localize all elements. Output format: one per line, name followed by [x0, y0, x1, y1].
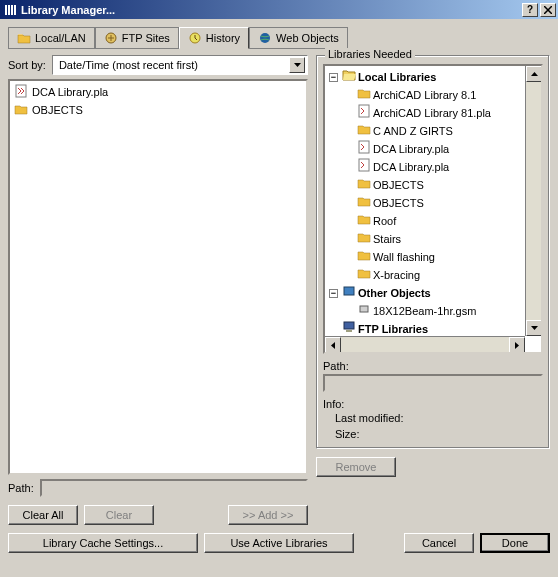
tree-label: OBJECTS — [373, 177, 424, 193]
objects-icon — [342, 284, 356, 302]
folder-icon — [357, 86, 371, 104]
tab-label: FTP Sites — [122, 32, 170, 44]
size-label: Size: — [323, 426, 543, 442]
clear-all-button[interactable]: Clear All — [8, 505, 78, 525]
tree-label: OBJECTS — [373, 195, 424, 211]
tree-label: Other Objects — [358, 285, 431, 301]
folder-icon — [17, 31, 31, 45]
list-item-label: DCA Library.pla — [32, 86, 108, 98]
tab-ftp-sites[interactable]: FTP Sites — [95, 27, 179, 49]
sort-label: Sort by: — [8, 59, 46, 71]
done-button[interactable]: Done — [480, 533, 550, 553]
tree-item[interactable]: DCA Library.pla — [327, 158, 521, 176]
svg-rect-13 — [344, 322, 354, 329]
tree-item[interactable]: Roof — [327, 212, 521, 230]
use-active-button[interactable]: Use Active Libraries — [204, 533, 354, 553]
tree-label: ArchiCAD Library 81.pla — [373, 105, 491, 121]
scrollbar-horizontal[interactable] — [325, 336, 525, 352]
folder-icon — [357, 176, 371, 194]
cancel-button[interactable]: Cancel — [404, 533, 474, 553]
list-item-label: OBJECTS — [32, 104, 83, 116]
path-label: Path: — [8, 482, 34, 494]
svg-rect-3 — [14, 5, 16, 15]
remove-button[interactable]: Remove — [316, 457, 396, 477]
tab-label: Local/LAN — [35, 32, 86, 44]
history-icon — [188, 31, 202, 45]
tab-bar: Local/LAN FTP Sites History Web Objects — [8, 27, 550, 49]
folder-icon — [14, 102, 28, 118]
list-item[interactable]: OBJECTS — [12, 101, 304, 119]
folder-icon — [357, 194, 371, 212]
pla-file-icon — [357, 158, 371, 176]
tab-web-objects[interactable]: Web Objects — [249, 27, 348, 49]
clear-button[interactable]: Clear — [84, 505, 154, 525]
window-title: Library Manager... — [21, 4, 522, 16]
tree-label: FTP Libraries — [358, 321, 428, 337]
tree-label: ArchiCAD Library 8.1 — [373, 87, 476, 103]
collapse-icon[interactable]: − — [329, 73, 338, 82]
tree-label: C AND Z GIRTS — [373, 123, 453, 139]
cache-settings-button[interactable]: Library Cache Settings... — [8, 533, 198, 553]
tree-label: Wall flashing — [373, 249, 435, 265]
pla-file-icon — [357, 104, 371, 122]
svg-rect-12 — [360, 306, 368, 312]
sort-select[interactable]: Date/Time (most recent first) — [52, 55, 308, 75]
sort-value: Date/Time (most recent first) — [55, 59, 289, 71]
tree-item[interactable]: 18X12Beam-1hr.gsm — [327, 302, 521, 320]
list-item[interactable]: DCA Library.pla — [12, 83, 304, 101]
scroll-left-icon[interactable] — [325, 337, 341, 353]
tree-item[interactable]: DCA Library.pla — [327, 140, 521, 158]
tree-label: X-bracing — [373, 267, 420, 283]
tree-item[interactable]: OBJECTS — [327, 176, 521, 194]
right-path-label: Path: — [323, 360, 543, 372]
svg-rect-14 — [346, 330, 352, 332]
folder-icon — [357, 230, 371, 248]
tree-item[interactable]: ArchiCAD Library 81.pla — [327, 104, 521, 122]
collapse-icon[interactable]: − — [329, 289, 338, 298]
tree-label: Local Libraries — [358, 69, 436, 85]
tree-item[interactable]: OBJECTS — [327, 194, 521, 212]
tab-label: History — [206, 32, 240, 44]
tab-local-lan[interactable]: Local/LAN — [8, 27, 95, 49]
tree-node-local[interactable]: − Local Libraries — [327, 68, 521, 86]
titlebar: Library Manager... ? — [0, 0, 558, 19]
right-path-field — [323, 374, 543, 392]
scroll-right-icon[interactable] — [509, 337, 525, 353]
chevron-down-icon — [289, 57, 305, 73]
svg-rect-2 — [11, 5, 13, 15]
folder-open-icon — [342, 68, 356, 86]
svg-rect-0 — [5, 5, 7, 15]
path-field — [40, 479, 308, 497]
tree-label: 18X12Beam-1hr.gsm — [373, 303, 476, 319]
libraries-tree[interactable]: − Local Libraries ArchiCAD Library 8.1 A… — [323, 64, 543, 354]
last-modified-label: Last modified: — [323, 410, 543, 426]
tree-label: Stairs — [373, 231, 401, 247]
app-icon — [2, 2, 18, 18]
group-legend: Libraries Needed — [325, 48, 415, 60]
tree-label: DCA Library.pla — [373, 141, 449, 157]
tree-item[interactable]: Wall flashing — [327, 248, 521, 266]
folder-icon — [357, 248, 371, 266]
folder-icon — [357, 122, 371, 140]
tree-item[interactable]: X-bracing — [327, 266, 521, 284]
close-button[interactable] — [540, 3, 556, 17]
globe-icon — [258, 31, 272, 45]
scroll-up-icon[interactable] — [526, 66, 542, 82]
tree-item[interactable]: Stairs — [327, 230, 521, 248]
tree-item[interactable]: ArchiCAD Library 8.1 — [327, 86, 521, 104]
tree-label: DCA Library.pla — [373, 159, 449, 175]
tab-history[interactable]: History — [179, 27, 249, 49]
add-button[interactable]: >> Add >> — [228, 505, 308, 525]
scrollbar-vertical[interactable] — [525, 66, 541, 336]
tree-item[interactable]: C AND Z GIRTS — [327, 122, 521, 140]
scroll-down-icon[interactable] — [526, 320, 542, 336]
pla-file-icon — [14, 84, 28, 100]
pla-file-icon — [357, 140, 371, 158]
history-list[interactable]: DCA Library.pla OBJECTS — [8, 79, 308, 475]
ftp-icon — [104, 31, 118, 45]
help-button[interactable]: ? — [522, 3, 538, 17]
tree-label: Roof — [373, 213, 396, 229]
tree-node-other[interactable]: − Other Objects — [327, 284, 521, 302]
svg-point-6 — [260, 33, 270, 43]
folder-icon — [357, 266, 371, 284]
